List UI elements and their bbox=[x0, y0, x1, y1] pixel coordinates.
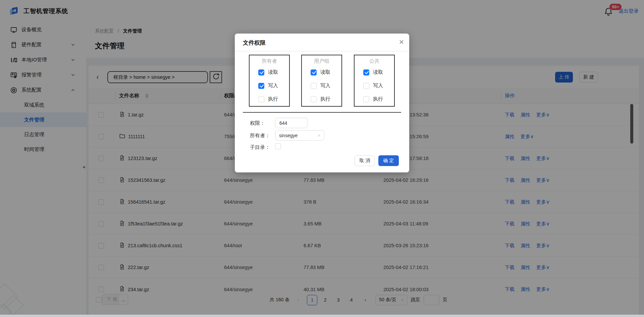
perm-group-group: 用户组读取写入执行 bbox=[301, 55, 342, 107]
perm-group-owner: 所有者读取写入执行 bbox=[249, 55, 290, 107]
confirm-button[interactable]: 确 定 bbox=[378, 155, 399, 166]
perm-checkbox-group[interactable] bbox=[311, 96, 317, 102]
perm-checkbox-public[interactable] bbox=[363, 83, 369, 89]
modal-divider-2 bbox=[243, 112, 401, 113]
perm-checkbox-group[interactable] bbox=[311, 83, 317, 89]
perm-option: 读取 bbox=[258, 69, 278, 75]
perm-option-label: 读取 bbox=[373, 69, 383, 75]
perm-option: 执行 bbox=[311, 96, 330, 102]
perm-option-label: 执行 bbox=[320, 96, 330, 102]
bottom-edge-strip bbox=[0, 315, 644, 317]
perm-checkbox-public[interactable] bbox=[363, 96, 369, 102]
modal-divider bbox=[235, 51, 409, 51]
perm-checkbox-group[interactable] bbox=[311, 69, 317, 75]
perm-option-label: 写入 bbox=[373, 83, 383, 89]
file-permission-modal: 文件权限 ✕ 所有者读取写入执行用户组读取写入执行公共读取写入执行 权限： 所有… bbox=[235, 34, 409, 172]
modal-title: 文件权限 bbox=[243, 39, 266, 47]
perm-value-input[interactable] bbox=[275, 118, 308, 128]
perm-checkbox-owner[interactable] bbox=[258, 83, 264, 89]
perm-group-title: 用户组 bbox=[302, 58, 341, 64]
perm-option-label: 读取 bbox=[268, 69, 278, 75]
perm-option-label: 执行 bbox=[373, 96, 383, 102]
app-root: 工智机管理系统 99+ 退出登录 设备概览硬件配置本地IO管理报警管理系统配置双… bbox=[0, 0, 644, 317]
owner-select[interactable]: sinsegye ∨ bbox=[275, 130, 324, 141]
perm-option: 读取 bbox=[311, 69, 330, 75]
cancel-button[interactable]: 取 消 bbox=[355, 155, 375, 166]
perm-field-label: 权限： bbox=[250, 120, 265, 126]
perm-group-public: 公共读取写入执行 bbox=[354, 55, 395, 107]
perm-option-label: 写入 bbox=[320, 83, 330, 89]
perm-checkbox-owner[interactable] bbox=[258, 69, 264, 75]
perm-option: 读取 bbox=[363, 69, 383, 75]
perm-option-label: 写入 bbox=[268, 83, 278, 89]
perm-checkbox-public[interactable] bbox=[363, 69, 369, 75]
perm-option: 写入 bbox=[363, 83, 383, 89]
perm-checkbox-owner[interactable] bbox=[258, 96, 264, 102]
subdirectory-checkbox[interactable] bbox=[275, 143, 281, 149]
perm-group-title: 公共 bbox=[355, 58, 394, 64]
close-icon[interactable]: ✕ bbox=[397, 38, 406, 46]
perm-option-label: 执行 bbox=[268, 96, 278, 102]
perm-option-label: 读取 bbox=[320, 69, 330, 75]
perm-group-title: 所有者 bbox=[250, 58, 289, 64]
perm-option: 执行 bbox=[258, 96, 278, 102]
perm-option: 写入 bbox=[258, 83, 278, 89]
owner-field-label: 所有者： bbox=[250, 133, 270, 139]
chevron-down-icon: ∨ bbox=[318, 133, 320, 138]
perm-option: 写入 bbox=[311, 83, 330, 89]
perm-option: 执行 bbox=[363, 96, 383, 102]
subdir-field-label: 子目录： bbox=[250, 144, 270, 151]
owner-select-value: sinsegye bbox=[279, 133, 298, 138]
